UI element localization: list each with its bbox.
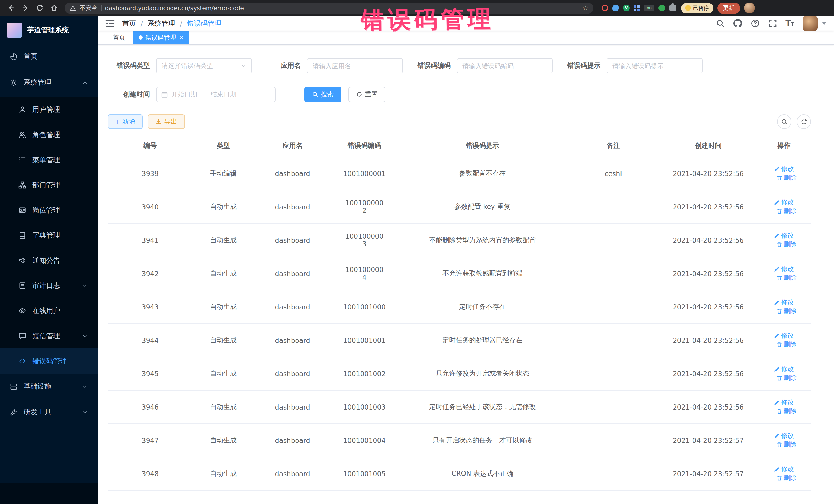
search-button[interactable]: 搜索 — [304, 87, 341, 102]
breadcrumb-separator: / — [180, 19, 182, 27]
toggle-search-button[interactable] — [777, 114, 791, 129]
filter-app-name: 应用名 — [281, 58, 403, 73]
export-button[interactable]: 导出 — [148, 114, 185, 129]
puzzle-extensions-icon[interactable] — [669, 5, 676, 11]
browser-profile-avatar[interactable] — [744, 3, 755, 13]
close-tab-icon[interactable]: × — [179, 35, 184, 40]
sidebar-item-user-mgmt[interactable]: 用户管理 — [0, 97, 97, 122]
back-icon[interactable] — [4, 1, 18, 15]
tab-home[interactable]: 首页 — [108, 31, 130, 44]
green-extension-icon[interactable] — [658, 5, 665, 11]
breadcrumb-home[interactable]: 首页 — [122, 19, 136, 28]
delete-link[interactable]: 删除 — [776, 307, 796, 316]
home-icon[interactable] — [47, 1, 61, 15]
browser-chrome: 不安全 dashboard.yudao.iocoder.cn/system/er… — [0, 0, 834, 16]
search-icon[interactable] — [716, 19, 724, 28]
cell-hint: 参数配置 key 重复 — [398, 190, 567, 223]
delete-link[interactable]: 删除 — [776, 474, 796, 482]
cell-remark — [567, 324, 659, 357]
edit-link[interactable]: 修改 — [774, 232, 794, 240]
breadcrumb-system[interactable]: 系统管理 — [148, 19, 175, 28]
v-extension-icon[interactable]: V — [623, 5, 630, 11]
update-button[interactable]: 更新 — [717, 2, 740, 14]
cell-time: 2021-04-20 23:52:57 — [659, 424, 757, 457]
app-name-input[interactable] — [307, 58, 403, 73]
sidebar-item-post-mgmt[interactable]: 岗位管理 — [0, 198, 97, 223]
record-extension-icon[interactable] — [601, 5, 608, 11]
cell-id: 3947 — [108, 424, 193, 457]
sidebar-item-dict-mgmt[interactable]: 字典管理 — [0, 223, 97, 248]
cell-hint: 不能删除类型为系统内置的参数配置 — [398, 223, 567, 257]
cell-time: 2021-04-20 23:52:56 — [659, 290, 757, 324]
cell-type: 自动生成 — [193, 190, 254, 223]
sidebar-item-notice[interactable]: 通知公告 — [0, 248, 97, 273]
cell-hint: 参数配置不存在 — [398, 157, 567, 190]
paused-badge[interactable]: 已暂停 — [681, 3, 713, 13]
delete-link[interactable]: 删除 — [776, 340, 796, 349]
help-icon[interactable] — [751, 19, 759, 28]
reload-icon[interactable] — [33, 1, 46, 15]
sidebar-menu: 首页 系统管理 用户管理 角色管理 菜单管理 — [0, 45, 97, 483]
refresh-table-button[interactable] — [796, 114, 811, 129]
delete-link[interactable]: 删除 — [776, 240, 796, 249]
edit-link[interactable]: 修改 — [774, 332, 794, 340]
delete-link[interactable]: 删除 — [776, 440, 796, 449]
delete-link[interactable]: 删除 — [776, 207, 796, 216]
add-button[interactable]: + 新增 — [108, 114, 143, 129]
error-code-input[interactable] — [457, 58, 553, 73]
edit-link[interactable]: 修改 — [774, 198, 794, 207]
delete-link[interactable]: 删除 — [776, 374, 796, 382]
cell-remark — [567, 390, 659, 424]
sidebar-item-error-code-mgmt[interactable]: 错误码管理 — [0, 349, 97, 374]
error-hint-input[interactable] — [607, 58, 703, 73]
sidebar: 芋道管理系统 首页 系统管理 用户管理 角色管理 — [0, 16, 97, 504]
sidebar-item-audit-log[interactable]: 审计日志 — [0, 273, 97, 298]
user-avatar[interactable] — [803, 16, 817, 31]
edit-link[interactable]: 修改 — [774, 398, 794, 407]
edit-link[interactable]: 修改 — [774, 365, 794, 374]
cell-code: 1001001001 — [331, 324, 398, 357]
chat-bubble-icon — [19, 332, 26, 340]
hamburger-icon[interactable] — [105, 19, 115, 28]
on-badge-extension-icon[interactable]: on — [644, 5, 654, 11]
caret-down-icon[interactable] — [822, 22, 826, 25]
edit-link[interactable]: 修改 — [774, 465, 794, 474]
grid-extension-icon[interactable] — [634, 5, 640, 11]
cell-time: 2021-04-20 23:52:57 — [659, 457, 757, 490]
fullscreen-icon[interactable] — [768, 19, 777, 28]
cell-actions: 修改 删除 — [757, 290, 811, 324]
tab-error-code-mgmt[interactable]: 错误码管理 × — [133, 31, 189, 44]
sidebar-item-role-mgmt[interactable]: 角色管理 — [0, 122, 97, 147]
edit-link[interactable]: 修改 — [774, 432, 794, 440]
delete-link[interactable]: 删除 — [776, 174, 796, 182]
start-date-placeholder: 开始日期 — [171, 90, 197, 99]
url-bar[interactable]: 不安全 dashboard.yudao.iocoder.cn/system/er… — [65, 2, 593, 14]
extensions-cluster: V on — [597, 5, 680, 11]
error-type-select[interactable]: 请选择错误码类型 — [156, 58, 252, 73]
sidebar-item-dept-mgmt[interactable]: 部门管理 — [0, 172, 97, 198]
filter-error-code: 错误码编码 — [417, 58, 553, 73]
sidebar-item-system[interactable]: 系统管理 — [0, 68, 97, 97]
app-name-label: 应用名 — [281, 61, 301, 70]
sidebar-item-online-users[interactable]: 在线用户 — [0, 298, 97, 323]
delete-link[interactable]: 删除 — [776, 273, 796, 282]
drop-extension-icon[interactable] — [612, 5, 619, 11]
forward-icon[interactable] — [19, 1, 32, 15]
reset-button[interactable]: 重置 — [349, 87, 386, 102]
sidebar-item-home[interactable]: 首页 — [0, 45, 97, 68]
bookmark-star-icon[interactable]: ☆ — [582, 4, 588, 12]
edit-link[interactable]: 修改 — [774, 265, 794, 273]
sidebar-item-menu-mgmt[interactable]: 菜单管理 — [0, 147, 97, 172]
sidebar-item-dev-tools[interactable]: 研发工具 — [0, 399, 97, 425]
edit-link[interactable]: 修改 — [774, 165, 794, 174]
font-size-icon[interactable]: TT — [786, 20, 794, 27]
delete-link[interactable]: 删除 — [776, 407, 796, 416]
not-secure-warning-icon — [70, 5, 76, 11]
cell-app: dashboard — [254, 290, 331, 324]
sidebar-item-infrastructure[interactable]: 基础设施 — [0, 374, 97, 399]
github-icon[interactable] — [733, 19, 742, 28]
sidebar-logo[interactable]: 芋道管理系统 — [0, 16, 97, 45]
edit-link[interactable]: 修改 — [774, 298, 794, 307]
sidebar-item-sms-mgmt[interactable]: 短信管理 — [0, 323, 97, 349]
date-range-picker[interactable]: 开始日期 - 结束日期 — [156, 87, 276, 102]
